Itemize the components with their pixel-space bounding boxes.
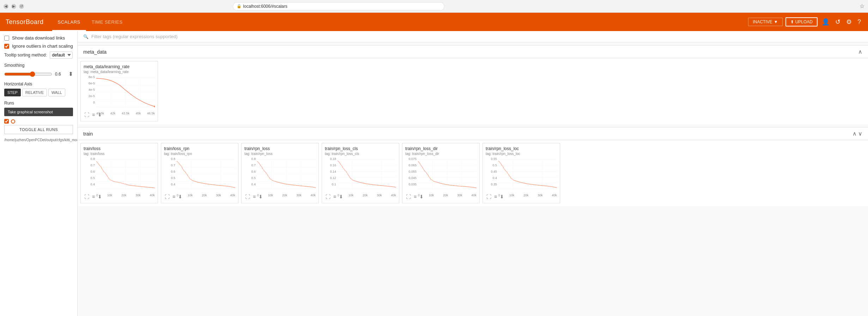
nav-time-series[interactable]: TIME SERIES xyxy=(86,13,128,31)
chart-svg-rpn-loss-dir xyxy=(418,157,477,192)
search-icon: 🔍 xyxy=(83,34,89,39)
runs-title: Runs xyxy=(4,101,73,106)
section-collapse-btn[interactable]: ∧ xyxy=(858,48,862,55)
chart-data-btn[interactable]: ≡ xyxy=(252,193,256,200)
forward-btn[interactable]: ▶ xyxy=(11,4,16,9)
x-axis: 0 10k 20k 30k 40k xyxy=(96,193,155,197)
show-download-option: Show data download links xyxy=(4,35,73,41)
chart-train-loss-rpn-title: train/loss_rpn xyxy=(164,146,235,151)
chart-expand-btn[interactable]: ⛶ xyxy=(244,193,251,200)
section-train-expand-btn[interactable]: ∨ xyxy=(858,130,862,137)
train-charts-grid: train/loss tag: train/loss 0.8 0.7 0.6 0… xyxy=(78,140,868,206)
smoothing-title: Smoothing xyxy=(4,63,73,68)
axis-buttons: STEP RELATIVE WALL xyxy=(4,89,73,96)
y-label: 2e-5 xyxy=(89,94,95,98)
y-label: 0 xyxy=(93,101,95,104)
filter-input[interactable] xyxy=(91,34,862,39)
chart-svg xyxy=(96,75,155,110)
chart-expand-btn[interactable]: ⛶ xyxy=(405,193,412,200)
upload-button[interactable]: ⬆ UPLOAD xyxy=(785,17,818,26)
chart-svg-rpn-loss-loc xyxy=(498,157,557,192)
y-label: 6e-5 xyxy=(89,82,95,85)
y-axis: 8e-5 6e-5 4e-5 2e-5 0 xyxy=(84,75,95,110)
tooltip-select[interactable]: default xyxy=(50,52,73,59)
filter-bar: 🔍 xyxy=(78,31,868,42)
main-nav: SCALARS TIME SERIES xyxy=(52,13,128,31)
chart-expand-btn[interactable]: ⛶ xyxy=(84,111,90,118)
content-area: 🔍 meta_data ∧ meta_data/learning_rate ta… xyxy=(78,31,868,316)
ignore-outliers-checkbox[interactable] xyxy=(4,44,9,49)
section-meta-data-header: meta_data ∧ xyxy=(78,45,868,58)
chart-svg-rpn-loss-cls xyxy=(338,157,396,192)
chart-data-btn[interactable]: ≡ xyxy=(91,193,96,200)
chart-inner: 0 10k 20k 30k 40k xyxy=(418,157,477,192)
chart-wrapper: 0.075 0.065 0.055 0.045 0.035 xyxy=(405,157,477,192)
account-icon[interactable]: 👤 xyxy=(820,17,831,27)
section-train-header: train ∧ ∨ xyxy=(78,127,868,140)
security-icon: 🔒 xyxy=(237,4,242,8)
x-axis: 0 10k 20k 30k 40k xyxy=(338,193,396,197)
axis-wall-btn[interactable]: WALL xyxy=(48,89,65,96)
x-axis: 0 10k 20k 30k 40k xyxy=(498,193,557,197)
chart-inner: 0 10k 20k 30k 40k xyxy=(257,157,316,192)
show-download-checkbox[interactable] xyxy=(4,36,9,41)
chart-title: meta_data/learning_rate xyxy=(84,64,155,69)
reload-btn[interactable]: ↺ xyxy=(19,4,24,9)
chart-train-loss-rpn: train/loss_rpn tag: train/loss_rpn 0.8 0… xyxy=(161,143,238,203)
chart-wrapper: 8e-5 6e-5 4e-5 2e-5 0 xyxy=(84,75,155,110)
chart-expand-btn[interactable]: ⛶ xyxy=(84,193,90,200)
inactive-dropdown[interactable]: INACTIVE ▼ xyxy=(748,18,782,26)
chart-train-loss-tag: tag: train/loss xyxy=(84,152,155,156)
main-layout: Show data download links Ignore outliers… xyxy=(0,31,868,316)
chart-svg-loss xyxy=(96,157,155,192)
chart-train-rpn-loss-loc-tag: tag: train/rpn_loss_loc xyxy=(486,152,557,156)
x-axis: 0 10k 20k 30k 40k xyxy=(177,193,235,197)
section-train-title: train xyxy=(83,131,93,137)
chart-tag: tag: meta_data/learning_rate xyxy=(84,70,155,74)
y-axis: 0.8 0.7 0.6 0.5 0.4 xyxy=(164,157,175,192)
chart-train-rpn-loss-dir: train/rpn_loss_dir tag: train/rpn_loss_d… xyxy=(402,143,480,203)
section-meta-data-title: meta_data xyxy=(83,49,107,55)
axis-relative-btn[interactable]: RELATIVE xyxy=(22,89,47,96)
smoothing-stepper[interactable]: ⬍ xyxy=(68,71,73,77)
y-axis: 0.075 0.065 0.055 0.045 0.035 xyxy=(405,157,417,192)
settings-icon[interactable]: ⚙ xyxy=(845,17,853,27)
sidebar: Show data download links Ignore outliers… xyxy=(0,31,78,316)
run-path: /home/juzhen/OpenPCDet/output/cfgs/kitti… xyxy=(4,138,73,142)
smoothing-row: 0.6 ⬍ xyxy=(4,71,73,77)
upload-icon: ⬆ xyxy=(790,19,794,24)
smoothing-slider[interactable] xyxy=(4,71,52,77)
axis-step-btn[interactable]: STEP xyxy=(4,89,21,96)
help-icon[interactable]: ? xyxy=(856,17,862,27)
toggle-all-button[interactable]: TOGGLE ALL RUNS xyxy=(4,125,73,134)
url-text: localhost:6006/#scalars xyxy=(243,4,287,9)
chart-expand-btn[interactable]: ⛶ xyxy=(325,193,331,200)
nav-scalars[interactable]: SCALARS xyxy=(52,13,86,31)
x-axis: 0 10k 20k 30k 40k xyxy=(418,193,477,197)
chart-learning-rate: meta_data/learning_rate tag: meta_data/l… xyxy=(80,61,158,121)
header-right: INACTIVE ▼ ⬆ UPLOAD 👤 ↺ ⚙ ? xyxy=(748,17,862,27)
y-axis: 0.55 0.5 0.45 0.4 0.35 xyxy=(486,157,497,192)
address-bar[interactable]: 🔒 localhost:6006/#scalars xyxy=(233,2,444,11)
chart-data-btn[interactable]: ≡ xyxy=(493,193,498,200)
smoothing-section: Smoothing 0.6 ⬍ xyxy=(4,63,73,77)
section-meta-data: meta_data ∧ meta_data/learning_rate tag:… xyxy=(78,45,868,124)
back-btn[interactable]: ◀ xyxy=(4,4,8,9)
chart-data-btn[interactable]: ≡ xyxy=(413,193,417,200)
chart-train-rpn-loss-dir-title: train/rpn_loss_dir xyxy=(405,146,477,151)
chart-wrapper: 0.18 0.16 0.14 0.12 0.1 xyxy=(325,157,396,192)
tooltip-label: Tooltip sorting method: xyxy=(4,53,47,58)
refresh-icon[interactable]: ↺ xyxy=(834,17,842,27)
run-checkbox[interactable] xyxy=(4,119,9,124)
chart-data-btn[interactable]: ≡ xyxy=(172,193,176,200)
bookmark-icon[interactable]: ☆ xyxy=(860,3,864,10)
x-axis: 0 10k 20k 30k 40k xyxy=(257,193,316,197)
chart-expand-btn[interactable]: ⛶ xyxy=(486,193,492,200)
chart-data-btn[interactable]: ≡ xyxy=(91,111,96,118)
chart-data-btn[interactable]: ≡ xyxy=(333,193,337,200)
chart-expand-btn[interactable]: ⛶ xyxy=(164,193,170,200)
chart-train-rpn-loss-title: train/rpn_loss xyxy=(244,146,316,151)
screenshot-button[interactable]: Take graphical screenshot xyxy=(4,108,73,116)
section-train-collapse-btn[interactable]: ∧ xyxy=(852,130,857,137)
chart-inner: 0 10k 20k 30k 40k xyxy=(338,157,396,192)
